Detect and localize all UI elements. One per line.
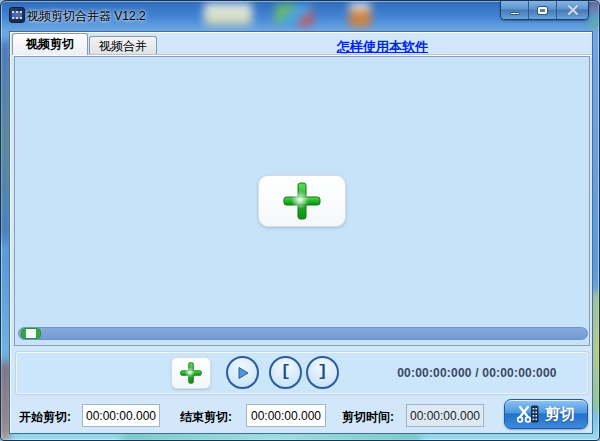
tab-video-cut-label: 视频剪切 [26,36,74,53]
minimize-button[interactable] [501,1,529,19]
time-display: 00:00:00:000 / 00:00:00:000 [377,366,577,380]
app-window: 视频剪切合并器 V12.2 视频剪切 视频合并 怎样使用本软件 [0,0,600,441]
end-cut-input[interactable] [246,404,326,427]
tab-video-merge[interactable]: 视频合并 [89,36,157,55]
add-video-button[interactable] [258,175,346,227]
caption-buttons [500,1,589,20]
mark-start-button[interactable]: [ [269,356,302,389]
app-icon [9,7,25,23]
desktop-blur-left-bottom [1,361,9,441]
close-button[interactable] [557,1,588,19]
tab-video-cut[interactable]: 视频剪切 [12,33,88,55]
seek-slider-track[interactable] [18,327,588,340]
titlebar[interactable]: 视频剪切合并器 V12.2 [1,1,599,31]
cut-duration-value: 00:00:00.000 [406,404,484,427]
tabpage-edge [12,54,592,56]
bracket-open-icon: [ [280,363,290,382]
add-plus-icon [179,361,203,385]
seek-slider-thumb[interactable] [21,328,41,339]
desktop-blur-left-edge [1,41,9,241]
start-cut-input[interactable] [82,404,160,427]
client-area: 视频剪切 视频合并 怎样使用本软件 [9,31,593,434]
window-title: 视频剪切合并器 V12.2 [27,8,146,25]
play-icon [236,366,250,380]
end-cut-label: 结束剪切: [180,409,232,426]
minimize-icon [510,12,520,15]
maximize-button[interactable] [529,1,557,19]
cut-duration-label: 剪切时间: [342,409,394,426]
cut-button[interactable]: 剪切 [504,399,588,429]
start-cut-label: 开始剪切: [19,409,71,426]
bracket-close-icon: ] [317,363,327,382]
maximize-icon [538,7,547,14]
cut-button-label: 剪切 [545,405,575,424]
scissors-film-icon [517,404,539,424]
close-icon [567,4,579,16]
toolbar-add-button[interactable] [171,357,211,389]
mark-end-button[interactable]: ] [306,356,339,389]
tab-video-merge-label: 视频合并 [99,38,147,55]
add-video-plus-icon [281,180,323,222]
player-toolbar: [ ] 00:00:00:000 / 00:00:00:000 [16,352,588,394]
video-preview-panel [14,56,590,346]
desktop-blur-right-edge [592,291,600,411]
desktop-blur-bottom-edge [121,433,421,441]
play-button[interactable] [226,356,259,389]
